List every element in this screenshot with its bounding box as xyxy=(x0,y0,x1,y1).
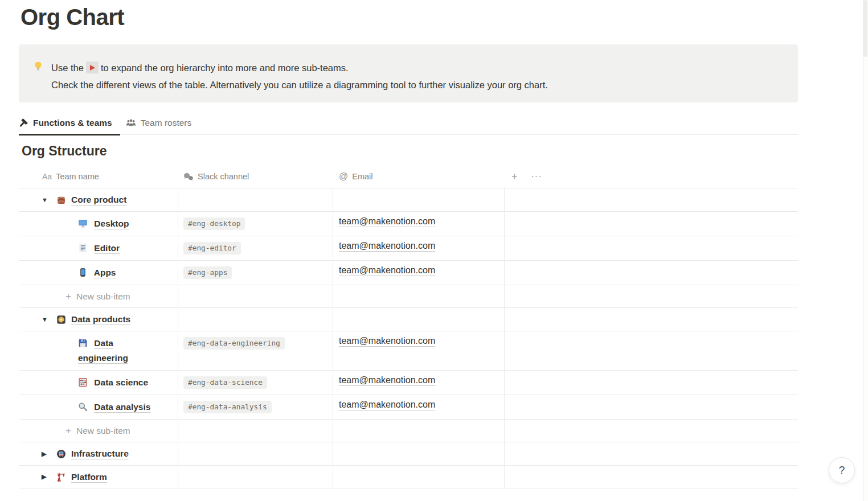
team-name-link[interactable]: Apps xyxy=(94,268,116,277)
column-label: Email xyxy=(352,172,372,181)
table-row-editor: Editor #eng-editor team@makenotion.com xyxy=(19,236,798,260)
slack-channel-chip[interactable]: #eng-desktop xyxy=(183,217,245,230)
metro-icon xyxy=(56,449,66,459)
empty-cell xyxy=(505,420,798,442)
new-sub-item-label: New sub-item xyxy=(76,291,130,302)
plus-icon: + xyxy=(65,425,71,437)
text-property-icon: Aa xyxy=(42,172,52,181)
slack-cell[interactable]: #eng-desktop xyxy=(178,212,333,236)
toggle-triangle-chip-icon xyxy=(86,61,99,73)
team-name-link[interactable]: Platform xyxy=(71,472,107,482)
column-header-team-name[interactable]: Aa Team name xyxy=(19,165,178,188)
table-row-infrastructure: ▶ Infrastructure xyxy=(19,442,798,465)
empty-cell xyxy=(505,236,798,260)
email-cell[interactable]: team@makenotion.com xyxy=(333,212,505,236)
team-name-link[interactable]: Editor xyxy=(94,243,120,253)
slack-channel-chip[interactable]: #eng-editor xyxy=(183,242,241,254)
table-row-platform: ▶ Platform xyxy=(19,465,798,488)
notion-page: Org Chart Use theto expand the org hiera… xyxy=(0,0,868,501)
email-cell[interactable] xyxy=(333,466,505,488)
view-tabs: Functions & teams Team rosters xyxy=(19,112,798,135)
email-cell[interactable]: team@makenotion.com xyxy=(333,395,505,419)
slack-cell[interactable] xyxy=(178,442,333,465)
team-name-link[interactable]: Data products xyxy=(71,314,130,325)
slack-cell[interactable] xyxy=(178,466,333,488)
empty-cell xyxy=(505,395,798,419)
table-row-apps: Apps #eng-apps team@makenotion.com xyxy=(19,260,798,285)
team-name-link[interactable]: Data analysis xyxy=(94,402,150,412)
empty-cell xyxy=(505,331,798,370)
minidisc-icon xyxy=(56,315,66,325)
team-name-link[interactable]: Core product xyxy=(71,195,126,205)
new-sub-item-button[interactable]: + New sub-item xyxy=(19,425,178,437)
email-cell[interactable] xyxy=(333,308,505,331)
email-cell[interactable]: team@makenotion.com xyxy=(333,331,505,370)
email-cell[interactable]: team@makenotion.com xyxy=(333,261,505,285)
email-value[interactable]: team@makenotion.com xyxy=(339,375,435,385)
new-sub-item-button[interactable]: + New sub-item xyxy=(19,291,178,302)
column-header-slack-channel[interactable]: Slack channel xyxy=(178,165,333,188)
document-icon xyxy=(78,243,88,253)
tab-team-rosters[interactable]: Team rosters xyxy=(126,112,200,135)
lightbulb-icon xyxy=(32,60,44,71)
email-cell[interactable] xyxy=(333,442,505,465)
scrollbar-thumb[interactable] xyxy=(863,0,867,57)
email-value[interactable]: team@makenotion.com xyxy=(339,400,435,409)
slack-cell[interactable]: #eng-data-science xyxy=(178,371,333,395)
vertical-scrollbar[interactable] xyxy=(863,0,868,501)
tab-functions-and-teams[interactable]: Functions & teams xyxy=(19,112,120,135)
plus-icon: + xyxy=(65,291,71,302)
team-name-link[interactable]: Data science xyxy=(94,377,148,387)
team-name-link[interactable]: Desktop xyxy=(94,219,129,228)
add-column-button[interactable]: + xyxy=(511,171,518,182)
collapse-toggle[interactable]: ▼ xyxy=(42,196,56,203)
table-row-core-product: ▼ Core product xyxy=(19,188,798,211)
slack-cell[interactable] xyxy=(178,188,333,211)
yarn-cube-icon xyxy=(56,195,66,205)
team-name-link[interactable]: Infrastructure xyxy=(71,449,129,459)
slack-channel-chip[interactable]: #eng-data-analysis xyxy=(183,401,272,413)
org-structure-table: Aa Team name Slack channel @ Email + ···… xyxy=(19,165,798,488)
slack-channel-chip[interactable]: #eng-data-engineering xyxy=(183,337,285,350)
mobile-phone-icon xyxy=(78,268,88,277)
empty-cell xyxy=(505,285,798,307)
table-options-button[interactable]: ··· xyxy=(531,172,542,181)
help-button[interactable]: ? xyxy=(829,457,855,483)
empty-cell xyxy=(505,188,798,211)
slack-cell[interactable]: #eng-editor xyxy=(178,236,333,260)
hammer-icon xyxy=(19,118,28,128)
callout-block: Use theto expand the org hierarchy into … xyxy=(19,44,798,102)
email-value[interactable]: team@makenotion.com xyxy=(339,336,435,346)
database-title[interactable]: Org Structure xyxy=(22,143,107,159)
table-row-new-sub-item: + New sub-item xyxy=(19,419,798,442)
table-row-desktop: Desktop #eng-desktop team@makenotion.com xyxy=(19,211,798,236)
slack-cell[interactable]: #eng-data-analysis xyxy=(178,395,333,419)
page-title[interactable]: Org Chart xyxy=(21,5,124,30)
new-sub-item-label: New sub-item xyxy=(76,426,130,436)
email-cell xyxy=(333,285,505,307)
tab-label: Functions & teams xyxy=(33,118,112,128)
collapse-toggle[interactable]: ▼ xyxy=(42,316,56,323)
slack-channel-chip[interactable]: #eng-apps xyxy=(183,266,232,279)
slack-cell[interactable] xyxy=(178,308,333,331)
email-value[interactable]: team@makenotion.com xyxy=(339,216,435,226)
email-cell[interactable]: team@makenotion.com xyxy=(333,371,505,395)
slack-cell[interactable]: #eng-apps xyxy=(178,261,333,285)
empty-cell xyxy=(505,371,798,395)
email-cell[interactable]: team@makenotion.com xyxy=(333,236,505,260)
table-header-row: Aa Team name Slack channel @ Email + ··· xyxy=(19,165,798,188)
callout-line1-suffix: to expand the org hierarchy into more an… xyxy=(101,63,349,73)
floppy-disk-icon xyxy=(78,338,88,348)
table-row-data-products: ▼ Data products xyxy=(19,307,798,331)
email-value[interactable]: team@makenotion.com xyxy=(339,241,435,250)
slack-cell xyxy=(178,285,333,307)
column-header-email[interactable]: @ Email xyxy=(333,165,505,188)
people-group-icon xyxy=(126,118,136,128)
table-row-data-science: Data science #eng-data-science team@make… xyxy=(19,370,798,395)
slack-cell[interactable]: #eng-data-engineering xyxy=(178,331,333,370)
email-value[interactable]: team@makenotion.com xyxy=(339,265,435,275)
email-cell[interactable] xyxy=(333,188,505,211)
expand-toggle[interactable]: ▶ xyxy=(42,450,56,458)
slack-channel-chip[interactable]: #eng-data-science xyxy=(183,376,267,389)
expand-toggle[interactable]: ▶ xyxy=(42,473,56,481)
